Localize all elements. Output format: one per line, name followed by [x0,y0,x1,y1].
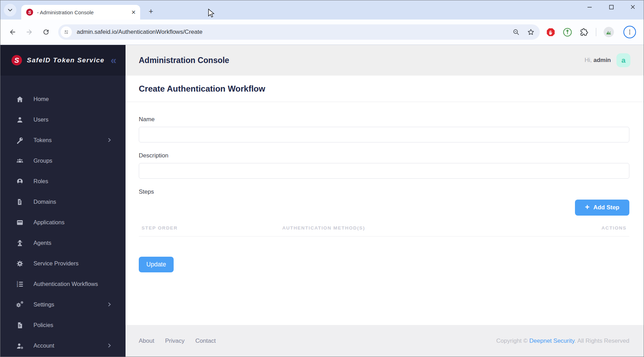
sidebar: S SafeID Token Service « Home Users Toke… [0,45,126,357]
tab-close-icon[interactable]: ✕ [130,9,137,15]
extensions-area [543,26,639,38]
address-bar[interactable]: admin.safeid.io/AuthenticationWorkflows/… [58,24,540,40]
sidebar-item-policies[interactable]: Policies [0,315,126,335]
steps-table-header: STEP ORDER AUTHENTICATION METHOD(S) ACTI… [139,220,629,236]
users-group-icon [16,157,24,165]
user-avatar[interactable]: a [616,53,630,67]
sidebar-collapse-icon[interactable]: « [111,55,116,65]
agent-spy-icon [16,239,24,247]
column-authentication-methods: AUTHENTICATION METHOD(S) [282,225,539,231]
sidebar-item-tokens[interactable]: Tokens [0,130,126,150]
footer-link-privacy[interactable]: Privacy [165,337,184,344]
tab-favicon: S [26,9,33,16]
maximize-icon [609,5,614,9]
reload-button[interactable] [40,26,52,38]
key-icon [16,137,24,144]
steps-label: Steps [139,188,629,195]
sidebar-item-settings[interactable]: Settings [0,294,126,315]
close-window-button[interactable] [622,0,644,14]
copyright-text: Copyright © Deepnet Security. All Rights… [496,337,629,344]
person-circle-icon [16,178,24,185]
sidebar-item-authentication-workflows[interactable]: 123 Authentication Workflows [0,274,126,294]
reload-icon [42,28,50,36]
add-step-button[interactable]: + Add Step [575,200,629,216]
new-tab-button[interactable]: + [146,6,156,17]
policy-document-icon [16,321,24,329]
adblock-extension-icon[interactable] [546,28,555,37]
profile-avatar[interactable] [604,27,614,37]
name-label: Name [139,116,629,123]
site-settings-button[interactable] [61,26,72,38]
sidebar-brand[interactable]: S SafeID Token Service « [0,45,126,76]
column-step-order: STEP ORDER [142,225,282,231]
extensions-puzzle-icon[interactable] [579,28,589,37]
description-input[interactable] [139,163,629,179]
sidebar-item-roles[interactable]: Roles [0,171,126,192]
chevron-right-icon [107,343,112,349]
username: admin [593,57,611,63]
back-arrow-icon [9,28,16,36]
maximize-button[interactable] [600,0,622,14]
name-input[interactable] [139,127,629,142]
page-title: Create Authentication Workflow [139,84,265,94]
chevron-right-icon [107,302,112,308]
user-gear-icon [16,342,24,350]
three-dot-menu-icon [627,29,633,35]
footer-link-about[interactable]: About [139,337,154,344]
zoom-icon[interactable] [512,28,520,36]
toolbar-separator [596,28,596,36]
greeting-text: Hi, admin [584,57,611,64]
gears-icon [16,301,24,309]
forward-button[interactable] [23,26,35,38]
sidebar-item-groups[interactable]: Groups [0,150,126,171]
sidebar-item-service-providers[interactable]: Service Providers [0,253,126,274]
home-icon [16,95,24,103]
browser-window: S - Administration Console ✕ + [0,0,644,357]
browser-menu-button[interactable] [623,26,636,38]
window-controls [579,0,644,14]
plus-icon: + [585,203,590,211]
domain-icon [16,198,24,206]
app-header: Administration Console Hi, admin a [126,45,644,76]
sidebar-item-applications[interactable]: Applications [0,212,126,233]
minimize-button[interactable] [579,0,600,14]
minimize-icon [587,5,592,9]
browser-tab[interactable]: S - Administration Console ✕ [21,5,140,20]
update-button[interactable]: Update [139,257,174,272]
brand-name: SafeID Token Service [27,56,111,64]
tab-strip: S - Administration Console ✕ + [0,0,644,20]
svg-text:3: 3 [17,285,18,287]
profile-avatar-image [604,27,614,37]
description-label: Description [139,152,629,159]
chevron-right-icon [107,137,112,143]
sidebar-nav: Home Users Tokens Groups Roles [0,76,126,356]
copyright-link[interactable]: Deepnet Security [529,337,574,344]
tune-icon [63,29,69,35]
tab-search-button[interactable] [4,4,16,16]
gear-icon [16,260,24,267]
url-text[interactable]: admin.safeid.io/AuthenticationWorkflows/… [77,29,508,36]
footer: About Privacy Contact Copyright © Deepne… [126,325,644,357]
app-window-icon [16,219,24,226]
sidebar-item-agents[interactable]: Agents [0,233,126,253]
bookmark-star-icon[interactable] [527,28,535,36]
app-header-title: Administration Console [139,56,584,65]
page-title-bar: Create Authentication Workflow [126,76,644,102]
user-icon [16,116,24,124]
close-icon [630,5,635,9]
ordered-list-icon: 123 [16,280,24,288]
forward-arrow-icon [25,28,33,36]
safeid-logo-icon: S [12,55,22,65]
chevron-down-icon [8,8,13,13]
green-key-extension-icon[interactable] [563,28,572,37]
workflow-form: Name Description Steps + Add Step STEP O… [126,102,644,325]
column-actions: ACTIONS [539,225,627,231]
back-button[interactable] [7,26,18,38]
sidebar-item-users[interactable]: Users [0,109,126,130]
footer-link-contact[interactable]: Contact [195,337,216,344]
sidebar-item-account[interactable]: Account [0,335,126,356]
tab-title: - Administration Console [37,9,130,15]
sidebar-item-home[interactable]: Home [0,89,126,109]
browser-toolbar: admin.safeid.io/AuthenticationWorkflows/… [0,20,644,45]
sidebar-item-domains[interactable]: Domains [0,192,126,212]
